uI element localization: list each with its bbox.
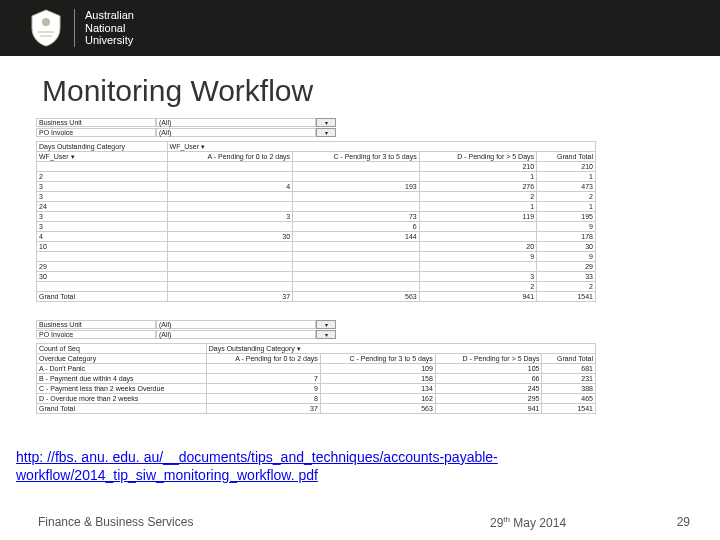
cell: 231 [542,374,596,384]
cell [293,192,420,202]
col-header: D - Pending for > 5 Days [435,354,542,364]
table-row: 34193276473 [37,182,596,192]
rowdim-cell: Overdue Category [37,354,207,364]
col-header: C - Pending for 3 to 5 days [320,354,435,364]
cell: 9 [537,252,596,262]
cell: 105 [435,364,542,374]
cell: 8 [206,394,320,404]
cell: 30 [537,242,596,252]
colhdr-cell: Days Outstanding Category ▾ [206,344,595,354]
cell [293,262,420,272]
cell: 681 [542,364,596,374]
table-row: 369 [37,222,596,232]
cell [167,282,293,292]
filter-label: Business Unit [36,320,156,329]
cell: 941 [419,292,536,302]
cell: 9 [537,222,596,232]
cell: 29 [537,262,596,272]
table-row: WF_User WF_User ▾ A - Pending for 0 to 2… [37,152,596,162]
row-label: 24 [37,202,168,212]
cell: 158 [320,374,435,384]
footer-page: 29 [677,515,690,529]
row-label [37,162,168,172]
dropdown-icon[interactable]: ▾ [316,128,336,137]
uni-line3: University [85,34,134,47]
cell [419,232,536,242]
table-row: Count of Seq Days Outstanding Category ▾ [37,344,596,354]
cell: 388 [542,384,596,394]
row-label: 30 [37,272,168,282]
table-row: 2929 [37,262,596,272]
uni-line1: Australian [85,9,134,22]
col-header: D - Pending for > 5 Days [419,152,536,162]
row-label: B - Payment due within 4 days [37,374,207,384]
cell [206,364,320,374]
table-row: D - Overdue more than 2 weeks8162295465 [37,394,596,404]
uni-line2: National [85,22,134,35]
cell: 563 [293,292,420,302]
filter-value: (All) [156,128,316,137]
rowhdr-cell: Days Outstanding Category [37,142,168,152]
cell: 9 [206,384,320,394]
row-label: 29 [37,262,168,272]
cell [293,242,420,252]
table-row: 102030 [37,242,596,252]
colhdr-cell: WF_User ▾ [167,142,595,152]
svg-point-0 [42,18,50,26]
rowdim-cell: WF_User ▾ [37,152,168,162]
anu-crest-icon [28,8,64,48]
cell [167,272,293,282]
col-header: A - Pending for 0 to 2 days [167,152,293,162]
link-line2: workflow/2014_tip_siw_monitoring_workflo… [16,467,318,483]
table-row: 99 [37,252,596,262]
pivot2-filters: Business Unit (All) ▾ PO Invoice (All) ▾ [36,320,596,339]
row-label: 3 [37,212,168,222]
col-header: Grand Total [537,152,596,162]
cell [167,192,293,202]
filter-value: (All) [156,118,316,127]
grand-label: Grand Total [37,404,207,414]
cell [167,242,293,252]
cell: 563 [320,404,435,414]
cell: 9 [419,252,536,262]
header-bar: Australian National University [0,0,720,56]
dropdown-icon[interactable]: ▾ [316,320,336,329]
cell: 73 [293,212,420,222]
table-row: B - Payment due within 4 days715866231 [37,374,596,384]
cell: 1541 [537,292,596,302]
filter-label: PO Invoice [36,128,156,137]
cell: 210 [537,162,596,172]
cell: 2 [537,192,596,202]
cell: 3 [167,212,293,222]
cell: 1 [537,202,596,212]
table-row: 211 [37,172,596,182]
row-label: C - Payment less than 2 weeks Overdue [37,384,207,394]
footer-bar: Finance & Business Services 29th May 201… [0,504,720,540]
cell [167,162,293,172]
cell [293,272,420,282]
dropdown-icon[interactable]: ▾ [316,330,336,339]
row-label [37,282,168,292]
row-label: 10 [37,242,168,252]
cell: 1 [419,172,536,182]
cell: 1541 [542,404,596,414]
cell: 941 [435,404,542,414]
cell: 4 [167,182,293,192]
row-label: 3 [37,182,168,192]
dropdown-icon[interactable]: ▾ [316,118,336,127]
cell: 3 [419,272,536,282]
cell [293,162,420,172]
pivot1-filters: Business Unit (All) ▾ PO Invoice (All) ▾ [36,118,596,137]
table-row: Days Outstanding Category WF_User ▾ [37,142,596,152]
cell [419,262,536,272]
col-header: Grand Total [542,354,596,364]
cell: 178 [537,232,596,242]
reference-link[interactable]: http: //fbs. anu. edu. au/__documents/ti… [16,448,498,484]
table-row: C - Payment less than 2 weeks Overdue913… [37,384,596,394]
cell [293,252,420,262]
cell: 465 [542,394,596,404]
cell: 66 [435,374,542,384]
link-line1: http: //fbs. anu. edu. au/__documents/ti… [16,449,498,465]
cell: 1 [537,172,596,182]
cell: 6 [293,222,420,232]
